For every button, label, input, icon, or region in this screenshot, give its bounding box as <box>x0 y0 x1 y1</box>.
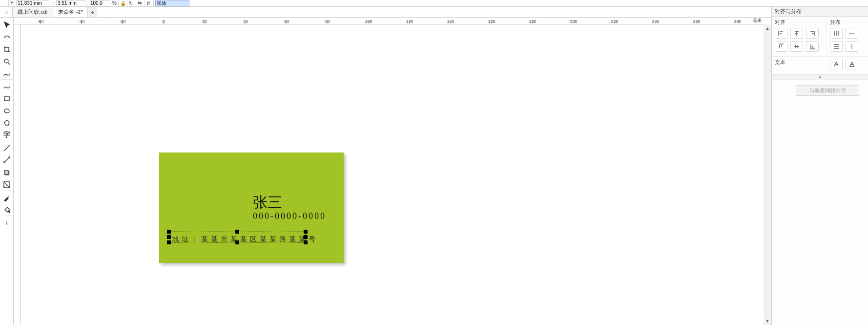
ruler-mark: -60 <box>37 19 43 24</box>
font-name-input[interactable] <box>155 0 189 6</box>
height-field: ↕ <box>51 0 87 6</box>
svg-point-3 <box>4 162 5 163</box>
dropshadow-tool-icon[interactable] <box>1 167 13 179</box>
ellipse-tool-icon[interactable] <box>1 105 13 117</box>
text-tool-icon[interactable]: 字 <box>1 129 13 141</box>
ruler-mark: 20 <box>202 19 207 24</box>
handle-n[interactable] <box>235 230 239 234</box>
polygon-tool-icon[interactable] <box>1 117 13 129</box>
distribute-spacing-h-icon[interactable] <box>846 28 858 39</box>
shape-tool-icon[interactable] <box>1 31 13 43</box>
y-field: Y: <box>9 0 51 6</box>
distribute-left-icon[interactable] <box>830 28 843 39</box>
ruler-mark: 60 <box>284 19 289 24</box>
ruler-mark: 0 <box>162 19 165 24</box>
toolbox: 字 + <box>0 18 14 325</box>
distribute-section-label: 分布 <box>830 19 865 26</box>
ruler-mark: 260 <box>693 19 700 24</box>
handle-ne[interactable] <box>304 230 308 234</box>
align-docker: 对齐与分布 对齐 分布 <box>771 7 868 325</box>
ruler-mark: 40 <box>243 19 248 24</box>
artistic-media-tool-icon[interactable] <box>1 80 13 92</box>
ruler-mark: 220 <box>611 19 618 24</box>
property-bar: Y: ↕ % 🔒 ↻ ⇋ ⇵ <box>0 0 868 7</box>
mirror-h-icon[interactable]: ⇋ <box>136 0 145 6</box>
ruler-mark: 160 <box>488 19 495 24</box>
new-tab-button[interactable]: + <box>88 7 97 17</box>
svg-rect-1 <box>4 97 9 101</box>
svg-rect-6 <box>5 172 9 175</box>
ruler-mark: 280 <box>734 19 741 24</box>
ruler-mark: -40 <box>78 19 84 24</box>
zoom-field: % <box>87 0 119 6</box>
eyedropper-tool-icon[interactable] <box>1 192 13 204</box>
home-icon[interactable]: ⌂ <box>0 7 13 17</box>
align-right-icon[interactable] <box>806 28 819 39</box>
crop-tool-icon[interactable] <box>1 43 13 55</box>
handle-se[interactable] <box>304 240 308 244</box>
fill-tool-icon[interactable] <box>1 204 13 216</box>
align-top-icon[interactable] <box>775 41 787 52</box>
align-center-v-icon[interactable] <box>790 41 803 52</box>
rectangle-tool-icon[interactable] <box>1 92 13 105</box>
ruler-mark: 180 <box>529 19 536 24</box>
line-tool-icon[interactable] <box>1 142 13 154</box>
handle-sw[interactable] <box>167 240 171 244</box>
card-phone-text[interactable]: 000-0000-0000 <box>253 211 326 221</box>
zoom-pct: % <box>112 0 117 6</box>
handle-nw[interactable] <box>167 230 171 234</box>
connector-tool-icon[interactable] <box>1 154 13 166</box>
tab-file-1[interactable]: 线上问诊.cdr <box>13 7 53 17</box>
handle-e[interactable] <box>304 235 308 239</box>
pixel-grid-align-button[interactable]: 与像素网格对齐 <box>796 85 859 96</box>
y-label: Y: <box>10 0 15 6</box>
workspace: 毫米 -60-40-200204060801001201401601802002… <box>14 18 771 325</box>
rotation-icon[interactable]: ↻ <box>127 0 136 6</box>
ruler-mark: 120 <box>406 19 413 24</box>
ruler-mark: 140 <box>447 19 454 24</box>
ruler-unit-label: 毫米 <box>753 18 762 24</box>
ruler-vertical[interactable] <box>14 24 21 325</box>
font-name-field <box>154 0 191 6</box>
transparency-tool-icon[interactable] <box>1 179 13 191</box>
collapse-icon[interactable]: ▼ <box>772 74 868 80</box>
text-baseline-a-icon[interactable] <box>830 59 843 69</box>
card-name-text[interactable]: 张三 <box>253 193 282 213</box>
add-tool-icon[interactable]: + <box>1 217 13 229</box>
text-section-label: 文本 <box>775 59 824 66</box>
tab-file-2[interactable]: 未命名 -1* <box>53 7 88 17</box>
svg-point-4 <box>9 157 10 158</box>
zoom-input[interactable] <box>89 0 110 6</box>
ruler-mark: 80 <box>325 19 330 24</box>
scroll-up-icon[interactable]: ▲ <box>764 24 771 32</box>
canvas[interactable]: 张三 000-0000-0000 地址：某某市某某区某某路某某号 <box>21 24 764 325</box>
scroll-down-icon[interactable]: ▼ <box>764 317 771 325</box>
pick-tool-icon[interactable] <box>1 19 13 31</box>
freehand-tool-icon[interactable] <box>1 67 13 80</box>
ruler-mark: 240 <box>652 19 659 24</box>
svg-point-8 <box>8 211 10 213</box>
height-icon: ↕ <box>53 0 55 6</box>
distribute-spacing-v-icon[interactable] <box>846 41 858 52</box>
handle-w[interactable] <box>167 235 171 239</box>
align-section-label: 对齐 <box>775 19 824 26</box>
unused-left <box>0 0 9 6</box>
business-card[interactable]: 张三 000-0000-0000 地址：某某市某某区某某路某某号 <box>159 152 344 263</box>
text-baseline-b-icon[interactable] <box>846 59 858 69</box>
align-bottom-icon[interactable] <box>806 41 819 52</box>
svg-point-2 <box>4 109 9 113</box>
lock-aspect-icon[interactable]: 🔒 <box>119 0 127 6</box>
document-tab-bar: ⌂ 线上问诊.cdr 未命名 -1* + <box>0 7 868 18</box>
y-input[interactable] <box>16 0 49 6</box>
handle-s[interactable] <box>235 240 239 244</box>
align-center-h-icon[interactable] <box>790 28 803 39</box>
scrollbar-vertical[interactable]: ▲ ▼ <box>764 24 771 325</box>
svg-point-0 <box>4 59 8 63</box>
distribute-top-icon[interactable] <box>830 41 843 52</box>
height-input[interactable] <box>56 0 85 6</box>
ruler-mark: -20 <box>119 19 125 24</box>
align-left-icon[interactable] <box>775 28 787 39</box>
ruler-horizontal[interactable]: 毫米 -60-40-200204060801001201401601802002… <box>14 18 764 24</box>
mirror-v-icon[interactable]: ⇵ <box>145 0 154 6</box>
zoom-tool-icon[interactable] <box>1 55 13 67</box>
